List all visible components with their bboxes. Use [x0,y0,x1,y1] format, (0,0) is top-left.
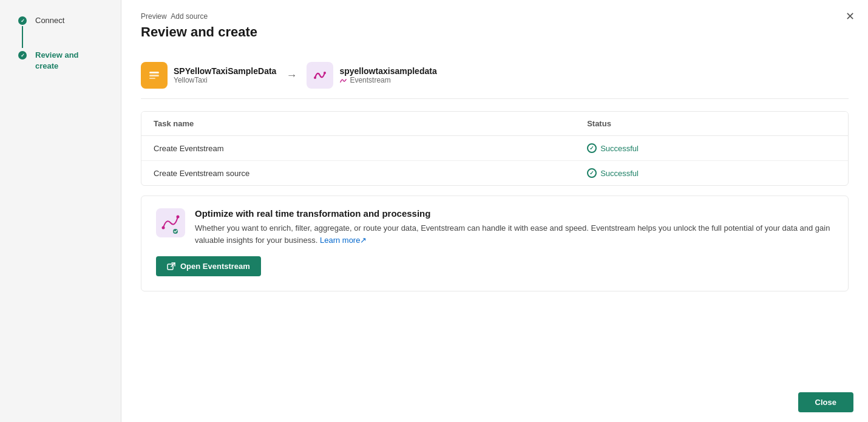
close-button[interactable]: Close [798,392,853,412]
svg-point-6 [324,72,326,74]
dest-sub-label: Eventstream [350,76,390,84]
dialog: Connect Review andcreate Preview Add sou… [0,0,868,422]
optimize-card: Optimize with real time transformation a… [141,196,849,291]
main-content: Preview Add source Review and create [121,0,868,422]
optimize-title: Optimize with real time transformation a… [195,208,833,219]
open-eventstream-label: Open Eventstream [180,262,250,271]
task-status-1: Successful [575,136,848,161]
arrow-icon: → [286,69,297,82]
svg-point-8 [162,226,165,230]
source-svg-icon [146,67,162,83]
breadcrumb-add-source: Add source [171,12,208,21]
close-button-label: Close [815,398,836,407]
svg-rect-2 [149,75,159,77]
dest-item: spyellowtaxisampledata Eventstream [307,62,436,89]
breadcrumb-preview: Preview [141,12,167,21]
step-dot-connect [18,16,27,25]
svg-point-10 [173,229,178,234]
open-external-icon [167,262,175,271]
svg-rect-1 [149,72,159,73]
table-row: Create Eventstream Successful [141,136,848,161]
svg-point-9 [177,216,180,219]
status-success-1: Successful [587,143,836,153]
source-icon [141,62,168,89]
status-success-2: Successful [587,168,836,178]
dest-text: spyellowtaxisampledata Eventstream [339,66,436,84]
svg-rect-3 [149,78,155,79]
eventstream-mini-icon [339,77,347,84]
col-status: Status [575,112,848,136]
sidebar-item-connect: Connect [17,15,79,49]
footer: Close [784,383,868,422]
success-icon-2 [587,168,597,178]
source-name: SPYellowTaxiSampleData [174,66,276,76]
source-text: SPYellowTaxiSampleData YellowTaxi [174,66,276,84]
dest-sub-block: Eventstream [339,76,436,84]
task-table: Task name Status Create Eventstream Succ… [141,112,848,185]
table-header-row: Task name Status [141,112,848,136]
task-status-2: Successful [575,161,848,186]
optimize-text-block: Optimize with real time transformation a… [195,208,833,247]
dest-svg-icon [309,64,331,86]
step-line [22,26,23,48]
learn-more-link[interactable]: Learn more↗ [320,236,367,245]
sidebar-item-review: Review andcreate [17,49,79,72]
page-title: Review and create [141,24,849,40]
optimize-icon [156,208,185,237]
step-connector-2 [17,49,28,60]
optimize-svg-icon [158,211,183,235]
source-dest-bar: SPYellowTaxiSampleData YellowTaxi → [141,52,849,99]
col-task-name: Task name [141,112,575,136]
sidebar-label-connect: Connect [35,15,64,26]
source-item: SPYellowTaxiSampleData YellowTaxi [141,62,276,89]
optimize-description: Whether you want to enrich, filter, aggr… [195,222,833,247]
status-text-1: Successful [600,144,639,153]
tasks-card: Task name Status Create Eventstream Succ… [141,111,849,186]
step-list: Connect Review andcreate [0,15,79,72]
task-name-1: Create Eventstream [141,136,575,161]
breadcrumb: Preview Add source [141,12,849,21]
success-icon-1 [587,143,597,153]
status-text-2: Successful [600,169,639,178]
svg-point-5 [314,77,316,79]
dialog-close-button[interactable]: ✕ [846,11,855,22]
task-name-2: Create Eventstream source [141,161,575,186]
sidebar: Connect Review andcreate [0,0,121,422]
source-sub: YellowTaxi [174,76,276,84]
step-dot-review [18,51,27,60]
step-connector [17,15,28,49]
optimize-header: Optimize with real time transformation a… [156,208,833,247]
dest-icon [307,62,333,89]
open-eventstream-button[interactable]: Open Eventstream [156,256,261,276]
table-row: Create Eventstream source Successful [141,161,848,186]
optimize-desc-text: Whether you want to enrich, filter, aggr… [195,223,830,245]
sidebar-label-review: Review andcreate [35,49,79,72]
dest-name: spyellowtaxisampledata [339,66,436,76]
